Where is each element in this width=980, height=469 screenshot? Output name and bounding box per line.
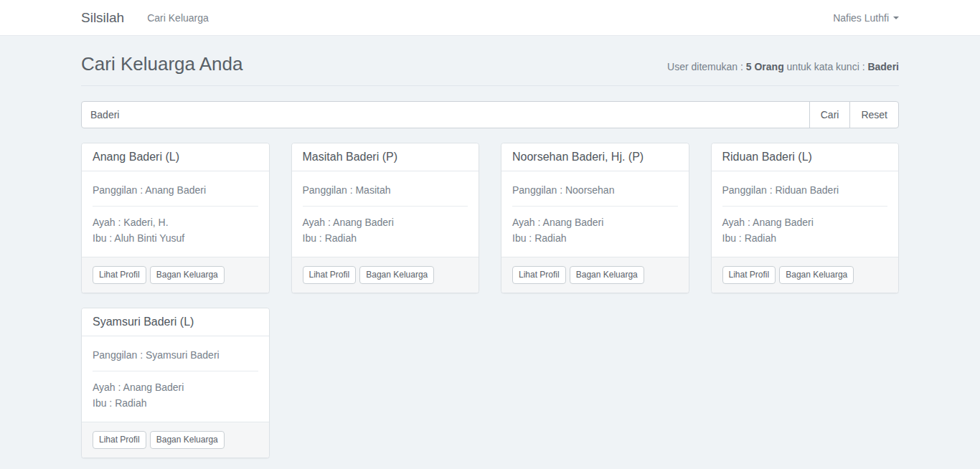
lihat-profil-button[interactable]: Lihat Profil	[512, 266, 566, 284]
nav-item-cari-keluarga[interactable]: Cari Keluarga	[147, 12, 209, 24]
person-card: Masitah Baderi (P) Panggilan : Masitah A…	[291, 143, 480, 293]
divider	[512, 206, 678, 207]
bagan-keluarga-button[interactable]: Bagan Keluarga	[150, 431, 225, 449]
user-menu-dropdown[interactable]: Nafies Luthfi	[833, 12, 899, 24]
card-ibu: Ibu : Radiah	[512, 230, 678, 246]
card-ibu: Ibu : Radiah	[93, 395, 258, 411]
card-ayah: Ayah : Anang Baderi	[722, 214, 888, 230]
card-panggilan: Panggilan : Riduan Baderi	[722, 182, 888, 198]
card-title: Anang Baderi (L)	[82, 143, 269, 171]
bagan-keluarga-button[interactable]: Bagan Keluarga	[779, 266, 854, 284]
bagan-keluarga-button[interactable]: Bagan Keluarga	[150, 266, 225, 284]
card-ayah: Ayah : Kaderi, H.	[93, 214, 258, 230]
divider	[93, 206, 258, 207]
search-form: Cari Reset	[81, 101, 899, 128]
user-name: Nafies Luthfi	[833, 12, 889, 24]
bagan-keluarga-button[interactable]: Bagan Keluarga	[359, 266, 434, 284]
result-summary: User ditemukan : 5 Orang untuk kata kunc…	[667, 61, 899, 72]
card-title: Noorsehan Baderi, Hj. (P)	[501, 143, 689, 171]
card-ibu: Ibu : Aluh Binti Yusuf	[93, 230, 258, 246]
search-button[interactable]: Cari	[809, 101, 851, 128]
reset-button[interactable]: Reset	[849, 101, 899, 128]
card-ayah: Ayah : Anang Baderi	[512, 214, 678, 230]
card-ibu: Ibu : Radiah	[722, 230, 888, 246]
lihat-profil-button[interactable]: Lihat Profil	[722, 266, 776, 284]
page-title: Cari Keluarga Anda	[81, 53, 242, 75]
summary-prefix: User ditemukan :	[667, 61, 746, 72]
lihat-profil-button[interactable]: Lihat Profil	[93, 266, 146, 284]
summary-middle: untuk kata kunci :	[784, 61, 868, 72]
person-card: Riduan Baderi (L) Panggilan : Riduan Bad…	[711, 143, 900, 293]
divider	[722, 206, 888, 207]
page-header: Cari Keluarga Anda User ditemukan : 5 Or…	[81, 53, 899, 86]
bagan-keluarga-button[interactable]: Bagan Keluarga	[570, 266, 644, 284]
person-card: Syamsuri Baderi (L) Panggilan : Syamsuri…	[81, 308, 270, 458]
card-panggilan: Panggilan : Masitah	[303, 182, 468, 198]
divider	[303, 206, 468, 207]
main-content: Cari Keluarga Anda User ditemukan : 5 Or…	[70, 53, 910, 469]
caret-down-icon	[893, 16, 899, 19]
card-title: Syamsuri Baderi (L)	[82, 308, 269, 336]
card-title: Riduan Baderi (L)	[712, 143, 899, 171]
person-card: Anang Baderi (L) Panggilan : Anang Bader…	[81, 143, 270, 293]
card-panggilan: Panggilan : Syamsuri Baderi	[93, 347, 258, 363]
search-input[interactable]	[81, 101, 810, 128]
card-title: Masitah Baderi (P)	[292, 143, 479, 171]
card-ayah: Ayah : Anang Baderi	[93, 379, 258, 395]
card-panggilan: Panggilan : Anang Baderi	[93, 182, 258, 198]
card-panggilan: Panggilan : Noorsehan	[512, 182, 678, 198]
divider	[93, 371, 258, 371]
person-card: Noorsehan Baderi, Hj. (P) Panggilan : No…	[501, 143, 689, 293]
lihat-profil-button[interactable]: Lihat Profil	[303, 266, 357, 284]
lihat-profil-button[interactable]: Lihat Profil	[93, 431, 146, 449]
navbar: Silsilah Cari Keluarga Nafies Luthfi	[0, 0, 980, 36]
card-ibu: Ibu : Radiah	[303, 230, 468, 246]
results-grid: Anang Baderi (L) Panggilan : Anang Bader…	[81, 143, 899, 469]
summary-count: 5 Orang	[746, 61, 784, 72]
brand-link[interactable]: Silsilah	[81, 10, 124, 26]
summary-keyword: Baderi	[867, 61, 899, 72]
card-ayah: Ayah : Anang Baderi	[303, 214, 468, 230]
